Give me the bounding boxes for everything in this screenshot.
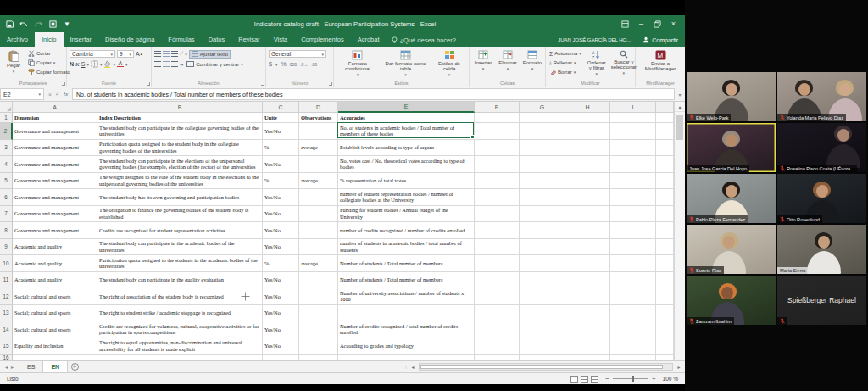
header-cell-e[interactable]: Accuracies: [338, 113, 475, 123]
data-cell[interactable]: Yes/No: [263, 123, 299, 140]
confirm-entry-icon[interactable]: ✓: [55, 91, 60, 98]
comma-style-icon[interactable]: 000: [290, 62, 297, 67]
empty-cell[interactable]: [656, 173, 674, 190]
empty-cell[interactable]: [565, 173, 610, 190]
data-cell[interactable]: Yes/No: [263, 239, 299, 256]
data-cell[interactable]: [299, 156, 338, 173]
empty-cell[interactable]: [656, 156, 674, 173]
data-cell[interactable]: Yes/No: [263, 206, 299, 223]
autosum-button[interactable]: ΣAutosuma▾: [548, 49, 582, 58]
empty-cell[interactable]: [520, 189, 565, 206]
empty-cell[interactable]: [610, 113, 656, 123]
empty-cell[interactable]: [475, 355, 520, 360]
empty-cell[interactable]: [520, 173, 565, 190]
empty-cell[interactable]: [565, 123, 610, 140]
empty-cell[interactable]: [565, 189, 610, 206]
participant-tile[interactable]: Rosalina Pisco Costa (UÉvora...: [777, 123, 866, 172]
align-center-icon[interactable]: [163, 61, 170, 67]
page-layout-view-icon[interactable]: [581, 376, 588, 383]
empty-cell[interactable]: [475, 140, 520, 157]
data-cell[interactable]: Equality and inclusion: [13, 338, 97, 355]
formula-bar-expand-icon[interactable]: ▾: [675, 87, 685, 101]
empty-cell[interactable]: [475, 288, 520, 305]
sheet-nav-prev-icon[interactable]: ◂: [5, 364, 8, 370]
data-cell[interactable]: Yes/No: [263, 321, 299, 338]
participant-tile[interactable]: Maria Sierra: [777, 225, 866, 274]
empty-cell[interactable]: [565, 239, 610, 256]
data-cell[interactable]: Credits are recognized for volunteer, cu…: [97, 321, 263, 338]
empty-cell[interactable]: [520, 123, 565, 140]
empty-cell[interactable]: [656, 272, 674, 289]
orientation-icon[interactable]: ⟋: [180, 51, 183, 57]
column-header-H[interactable]: H: [565, 102, 610, 113]
row-number[interactable]: 9: [0, 239, 13, 256]
data-cell[interactable]: average: [299, 173, 338, 190]
data-cell[interactable]: Governance and management: [13, 156, 97, 173]
data-cell[interactable]: Social; cultural and sports: [13, 305, 97, 322]
empty-cell[interactable]: [656, 113, 674, 123]
tab-acrobat[interactable]: Acrobat: [351, 32, 387, 47]
participant-tile[interactable]: Zamzam Ibrahim: [687, 276, 776, 325]
empty-cell[interactable]: [565, 338, 610, 355]
redo-icon[interactable]: [33, 19, 43, 29]
indent-icon[interactable]: ⇥: [180, 62, 183, 67]
empty-cell[interactable]: [656, 305, 674, 322]
new-sheet-button[interactable]: +: [68, 361, 81, 372]
empty-cell[interactable]: [565, 222, 610, 239]
data-cell[interactable]: [263, 355, 299, 360]
empty-cell[interactable]: [520, 156, 565, 173]
data-cell[interactable]: Governance and management: [13, 206, 97, 223]
empty-cell[interactable]: [656, 206, 674, 223]
data-cell[interactable]: [299, 355, 338, 360]
row-number[interactable]: 4: [0, 156, 13, 173]
participant-tile[interactable]: Otto Rosenlund: [777, 174, 866, 223]
zoom-out-icon[interactable]: −: [605, 375, 609, 383]
participant-tile[interactable]: Elke Welp-Park: [687, 72, 776, 121]
data-cell[interactable]: Social; cultural and sports: [13, 321, 97, 338]
row-number[interactable]: 6: [0, 189, 13, 206]
data-cell[interactable]: The weight assigned to the vote of the s…: [97, 173, 263, 190]
tab-complementos[interactable]: Complementos: [294, 32, 350, 47]
empty-cell[interactable]: [656, 255, 674, 272]
empty-cell[interactable]: [520, 338, 565, 355]
insert-cells-button[interactable]: Insertar▾: [472, 49, 494, 80]
row-number[interactable]: 11: [0, 272, 13, 289]
align-top-icon[interactable]: [154, 51, 161, 57]
horizontal-scroll-thumb[interactable]: [420, 365, 663, 369]
tab-split-handle[interactable]: ⁞: [405, 365, 407, 370]
data-cell[interactable]: Number of university associations / numb…: [338, 288, 475, 305]
data-cell[interactable]: [338, 305, 475, 322]
underline-button[interactable]: S: [81, 61, 86, 67]
ribbon-display-options-icon[interactable]: [618, 17, 632, 31]
data-cell[interactable]: Participation quota assigned to the stud…: [97, 140, 263, 157]
data-cell[interactable]: The student body can participate in the …: [97, 239, 263, 256]
zoom-slider-thumb[interactable]: [632, 376, 635, 382]
empty-cell[interactable]: [565, 156, 610, 173]
data-cell[interactable]: Yes/No: [263, 288, 299, 305]
number-format-select[interactable]: General▾: [269, 50, 326, 58]
save-icon[interactable]: [4, 19, 14, 29]
data-cell[interactable]: [299, 305, 338, 322]
empty-cell[interactable]: [610, 288, 656, 305]
row-number[interactable]: 5: [0, 173, 13, 190]
empty-cell[interactable]: [656, 239, 674, 256]
data-cell[interactable]: [338, 355, 475, 360]
empty-cell[interactable]: [610, 123, 656, 140]
clear-button[interactable]: Borrar▾: [548, 68, 582, 76]
data-cell[interactable]: number of students in academic bodies / …: [338, 239, 475, 256]
participant-tile[interactable]: Yolanda Maria Pelayo Diaz: [777, 72, 866, 121]
empty-cell[interactable]: [475, 255, 520, 272]
empty-cell[interactable]: [475, 113, 520, 123]
row-number[interactable]: 16: [0, 355, 13, 360]
empty-cell[interactable]: [610, 222, 656, 239]
empty-cell[interactable]: [475, 123, 520, 140]
empty-cell[interactable]: [610, 272, 656, 289]
row-number[interactable]: 8: [0, 222, 13, 239]
header-cell-b[interactable]: Index Description: [97, 113, 263, 123]
data-cell[interactable]: average: [299, 255, 338, 272]
zoom-in-icon[interactable]: +: [652, 375, 656, 383]
empty-cell[interactable]: [520, 355, 565, 360]
empty-cell[interactable]: [520, 288, 565, 305]
data-cell[interactable]: [299, 239, 338, 256]
data-cell[interactable]: Yes/No: [263, 189, 299, 206]
